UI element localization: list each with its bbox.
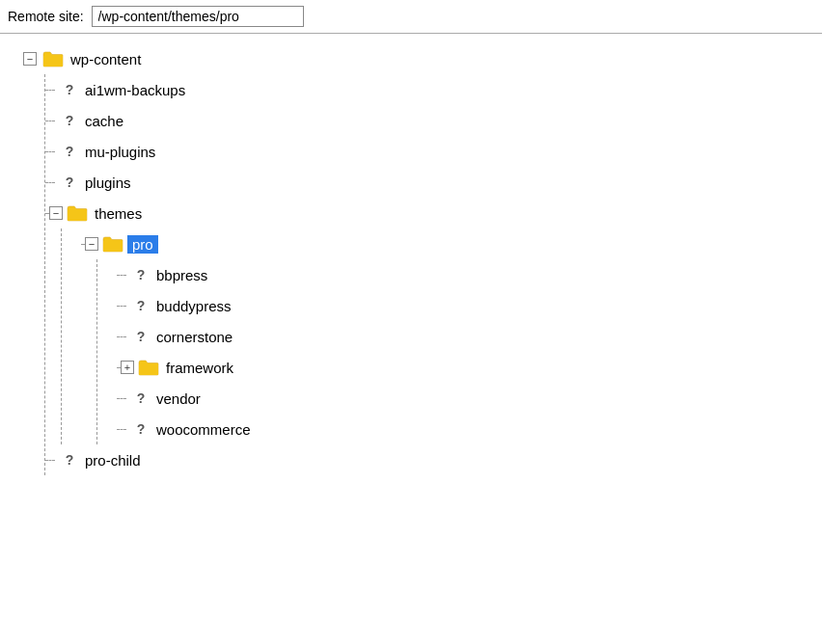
label-ai1wm-backups: ai1wm-backups	[82, 81, 188, 99]
label-mu-plugins: mu-plugins	[82, 143, 158, 161]
label-bbpress: bbpress	[153, 266, 210, 284]
tree-row-woocommerce[interactable]: ? woocommerce	[117, 414, 822, 444]
toggle-wp-content[interactable]: −	[23, 52, 37, 66]
tree-row-buddypress[interactable]: ? buddypress	[117, 290, 822, 321]
folder-icon-framework	[138, 359, 159, 376]
remote-site-bar: Remote site:	[0, 0, 822, 34]
label-plugins: plugins	[82, 174, 134, 192]
label-framework: framework	[163, 359, 236, 377]
tree-row-plugins[interactable]: ? plugins	[45, 167, 822, 198]
folder-icon-themes	[67, 204, 88, 222]
toggle-pro[interactable]: −	[85, 237, 98, 251]
label-cache: cache	[82, 112, 126, 130]
unknown-icon-vendor: ?	[132, 389, 150, 407]
toggle-framework[interactable]: +	[121, 361, 134, 374]
label-pro: pro	[127, 235, 158, 254]
unknown-icon-cornerstone: ?	[132, 328, 150, 345]
unknown-icon-plugins: ?	[61, 174, 78, 191]
wp-content-children: ? ai1wm-backups ? cache ? mu-plugins	[19, 74, 822, 475]
tree-row-pro-child[interactable]: ? pro-child	[45, 444, 822, 475]
unknown-icon-cache: ?	[61, 112, 78, 129]
unknown-icon-mu-plugins: ?	[61, 143, 78, 160]
tree-row-themes[interactable]: − themes	[45, 198, 822, 228]
tree-row-cornerstone[interactable]: ? cornerstone	[117, 321, 822, 352]
tree-row-ai1wm-backups[interactable]: ? ai1wm-backups	[45, 74, 822, 105]
label-cornerstone: cornerstone	[153, 328, 235, 346]
label-buddypress: buddypress	[153, 297, 234, 315]
unknown-icon-ai1wm-backups: ?	[61, 81, 78, 98]
label-pro-child: pro-child	[82, 451, 144, 470]
folder-icon-pro	[102, 235, 123, 253]
tree-row-pro[interactable]: − pro	[81, 228, 822, 259]
pro-children: ? bbpress ? buddypress ?	[96, 259, 822, 444]
file-tree: − wp-content ? ai1wm-backups ? cache	[0, 34, 822, 485]
tree-row-mu-plugins[interactable]: ? mu-plugins	[45, 136, 822, 167]
unknown-icon-bbpress: ?	[132, 266, 150, 283]
tree-row-wp-content[interactable]: − wp-content	[19, 43, 822, 74]
tree-row-framework[interactable]: + framework	[117, 352, 822, 383]
tree-row-cache[interactable]: ? cache	[45, 105, 822, 136]
label-themes: themes	[92, 204, 145, 223]
themes-children: − pro ? bbpress	[61, 228, 822, 444]
label-wp-content: wp-content	[68, 50, 144, 68]
unknown-icon-buddypress: ?	[132, 297, 150, 314]
tree-row-bbpress[interactable]: ? bbpress	[117, 259, 822, 290]
folder-icon-wp-content	[42, 50, 64, 67]
remote-site-path-input[interactable]	[92, 6, 304, 27]
toggle-themes[interactable]: −	[49, 206, 63, 220]
unknown-icon-pro-child: ?	[61, 451, 78, 469]
label-woocommerce: woocommerce	[153, 420, 254, 439]
unknown-icon-woocommerce: ?	[132, 420, 150, 438]
label-vendor: vendor	[153, 389, 204, 408]
remote-site-label: Remote site:	[8, 9, 84, 24]
tree-row-vendor[interactable]: ? vendor	[117, 383, 822, 414]
